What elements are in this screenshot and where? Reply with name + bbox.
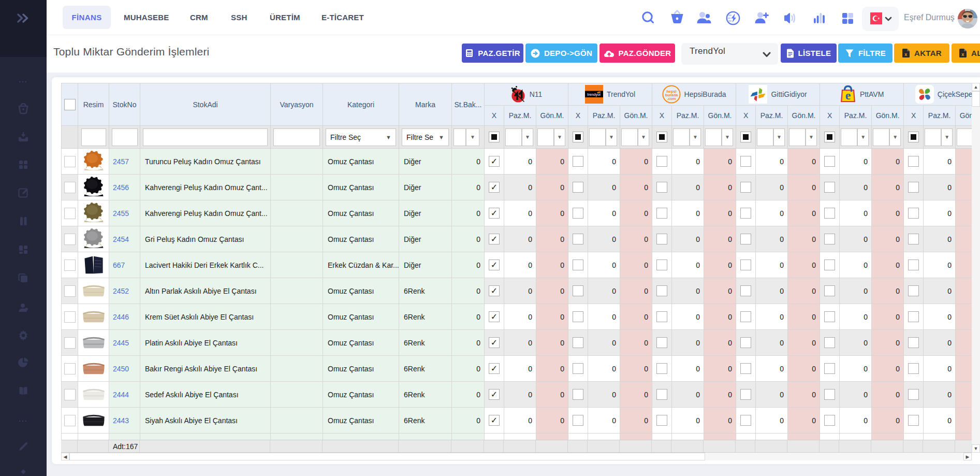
svg-text:x: x (961, 52, 964, 57)
svg-text:.com: .com (667, 96, 676, 101)
svg-text:x: x (904, 52, 907, 57)
svg-text:e: e (845, 89, 851, 102)
